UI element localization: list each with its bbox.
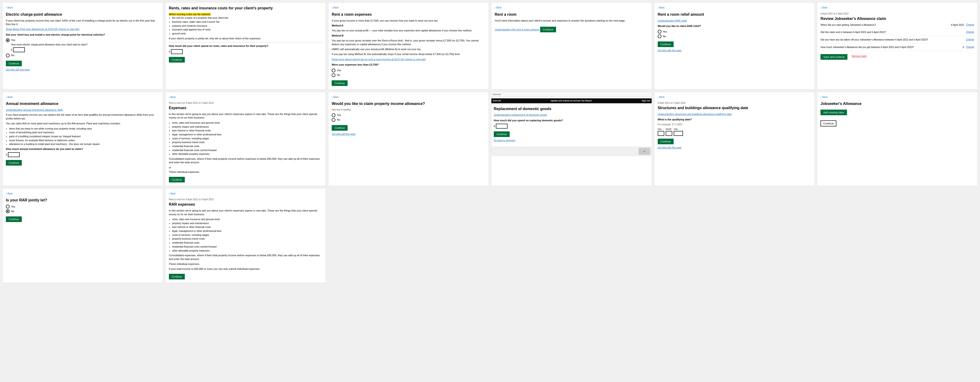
pia-continue-btn[interactable]: Continue bbox=[332, 125, 348, 131]
js-row4-change[interactable]: Change bbox=[966, 45, 974, 49]
day-input[interactable] bbox=[658, 131, 664, 136]
rar-exp-item-4: legal, management or other professional … bbox=[172, 229, 323, 233]
rar-exp-continue-btn[interactable]: Continue bbox=[169, 274, 185, 279]
sba-link[interactable]: Understanding structures and buildings a… bbox=[658, 113, 732, 115]
add-missing-claim-btn[interactable]: Add missing claim bbox=[821, 110, 847, 115]
aia-continue-btn[interactable]: Continue bbox=[6, 160, 22, 166]
rar-relief-question: Would you like to claim RAR relief? bbox=[658, 24, 811, 28]
electric-yes[interactable]: Yes bbox=[6, 38, 159, 42]
rj-yes-label: Yes bbox=[11, 205, 15, 209]
pia-yes[interactable]: Yes bbox=[332, 113, 485, 117]
pia-no[interactable]: No bbox=[332, 118, 485, 122]
aia-question: How much annual investment allowance do … bbox=[6, 147, 159, 151]
js-review-title: Review Jobseeker's Allowance claim bbox=[821, 16, 974, 21]
js-row-1: When did you start getting Jobseeker's A… bbox=[821, 23, 974, 29]
charge-amount-input[interactable] bbox=[13, 47, 25, 52]
js-row2-change[interactable]: Change bbox=[966, 30, 974, 34]
rent-room-continue-btn[interactable]: Continue bbox=[332, 80, 348, 86]
rar-jointly-continue-btn[interactable]: Continue bbox=[6, 216, 22, 222]
back-link-jobseekers-review[interactable]: Back bbox=[821, 6, 974, 10]
electric-help-link[interactable]: Get help with this page bbox=[6, 68, 159, 72]
js-row1-label: When did you start getting Jobseeker's A… bbox=[821, 23, 949, 27]
pia-no-label: No bbox=[337, 118, 340, 121]
pia-help-link[interactable]: Get help with this page bbox=[332, 132, 485, 136]
rents-item-5: ground rents bbox=[172, 32, 323, 35]
remove-claim-link[interactable]: Remove claim bbox=[852, 54, 866, 58]
pia-yes-icon bbox=[332, 113, 336, 117]
rar-intro: You'll need information about your clien… bbox=[495, 19, 648, 22]
rar-relief-continue-btn[interactable]: Continue bbox=[658, 41, 674, 47]
back-aia-label: Back bbox=[8, 96, 13, 99]
electric-no[interactable]: No bbox=[6, 54, 159, 57]
replacement-pound: £ bbox=[494, 124, 495, 128]
electric-continue-btn[interactable]: Continue bbox=[6, 60, 22, 66]
replacement-amount-input[interactable] bbox=[496, 124, 508, 129]
save-continue-btn[interactable]: Save and continue bbox=[821, 54, 848, 60]
rar-jointly-yes[interactable]: Yes bbox=[6, 205, 159, 209]
rents-continue-btn[interactable]: Continue bbox=[169, 57, 185, 62]
js-row1-change[interactable]: Change bbox=[966, 23, 974, 27]
year-input[interactable] bbox=[674, 131, 683, 136]
back-link-pia[interactable]: Back bbox=[332, 96, 485, 99]
rar-scheme-link[interactable]: Understanding the rent a room scheme bbox=[495, 28, 539, 31]
back-link-js[interactable]: Back bbox=[821, 96, 974, 99]
rent-room-expenses-card: Back Rent a room expenses If your gross … bbox=[328, 2, 489, 89]
back-link-electric[interactable]: Back bbox=[6, 6, 159, 10]
year-label: Year bbox=[674, 127, 683, 131]
yes-label: Yes bbox=[11, 38, 15, 42]
rent-a-room-card: Back Rent a room You'll need information… bbox=[491, 2, 652, 89]
back-js-review-label: Back bbox=[822, 6, 827, 10]
sba-continue-btn[interactable]: Continue bbox=[658, 138, 674, 144]
month-label: Month bbox=[666, 127, 672, 131]
rent-room-no[interactable]: No bbox=[332, 73, 485, 77]
back-link-rar-expenses[interactable]: Back bbox=[169, 192, 323, 196]
back-link-rar-jointly[interactable]: Back bbox=[6, 192, 159, 196]
js-row2-label: Did this claim end in between 6 April 20… bbox=[821, 30, 962, 34]
rar-relief-title: Rent a room relief amount bbox=[658, 12, 811, 17]
rar-jointly-title: Is your RAR jointly let? bbox=[6, 198, 159, 203]
replacement-back-summary[interactable]: Go back to summary bbox=[494, 139, 649, 142]
radio-no-icon bbox=[6, 54, 10, 57]
exp-item-4: legal, management or other professional … bbox=[172, 133, 323, 136]
highlight-rents: Which running costs can be claimed: bbox=[169, 13, 211, 16]
electric-charge-body: If your client has property income they … bbox=[6, 19, 159, 26]
rar-relief-help-link[interactable]: Get help with this page bbox=[658, 49, 811, 52]
first-year-link[interactable]: Read about First-year allowances at GOV.… bbox=[6, 28, 80, 30]
rent-room-link[interactable]: Read more about paying tax on rent a roo… bbox=[332, 58, 426, 60]
aia-link[interactable]: Understanding annual investment allowanc… bbox=[6, 108, 63, 111]
replacement-link[interactable]: Understanding replacement of domestic go… bbox=[494, 113, 547, 116]
method-a-body: You pay tax on your actual profit — your… bbox=[332, 29, 485, 32]
aia-amount-input[interactable] bbox=[8, 152, 20, 157]
aia-intro: If you have property income you can dedu… bbox=[6, 113, 159, 120]
replacement-domestic-card: GOV.UK GOV.UK Update and submit an Incom… bbox=[491, 92, 652, 186]
rar-relief-link[interactable]: Understanding RAR relief bbox=[658, 19, 687, 22]
rar-relief-no[interactable]: No bbox=[658, 34, 811, 38]
exp-item-3: loan interest or other financial costs bbox=[172, 129, 323, 132]
browser-bar: GOV.UK bbox=[492, 92, 652, 97]
rar-relief-yes[interactable]: Yes bbox=[658, 30, 811, 33]
js-row-4: How much Jobseeker's Allowance did you g… bbox=[821, 45, 974, 51]
js-continue-btn[interactable]: Continue bbox=[821, 120, 837, 126]
rar-continue-btn[interactable]: Continue bbox=[540, 27, 556, 32]
rent-room-yes[interactable]: Yes bbox=[332, 68, 485, 72]
expenses-intro: In this section we're going to ask you a… bbox=[169, 112, 323, 120]
rar-jointly-no[interactable]: No bbox=[6, 209, 159, 213]
rar-exp-list: rents, rates and insurance and ground re… bbox=[172, 218, 323, 252]
month-input[interactable] bbox=[666, 131, 672, 136]
js-row3-change[interactable]: Change bbox=[966, 38, 974, 41]
back-link-rar[interactable]: Back bbox=[495, 6, 648, 10]
expenses-continue-btn[interactable]: Continue bbox=[169, 177, 185, 183]
back-link-rar-relief[interactable]: Back bbox=[658, 6, 811, 10]
rar-relief-no-label: No bbox=[663, 35, 666, 38]
back-link-rent-room[interactable]: Back bbox=[332, 6, 485, 10]
back-link-sba[interactable]: Back bbox=[658, 96, 811, 99]
replacement-continue-btn[interactable]: Continue bbox=[494, 131, 510, 137]
rents-amount-input[interactable] bbox=[171, 49, 183, 54]
rar-jointly-card: Back Is your RAR jointly let? Yes No Con… bbox=[2, 188, 163, 283]
no-label: No bbox=[11, 54, 14, 57]
back-link-aia[interactable]: Back bbox=[6, 96, 159, 99]
sba-help-link[interactable]: Get help with this page bbox=[658, 146, 811, 150]
rar-exp-title: RAR expenses bbox=[169, 202, 323, 207]
back-link-expenses[interactable]: Back bbox=[169, 96, 323, 99]
rar-exp-item-8: residential financial costs carried forw… bbox=[172, 245, 323, 248]
